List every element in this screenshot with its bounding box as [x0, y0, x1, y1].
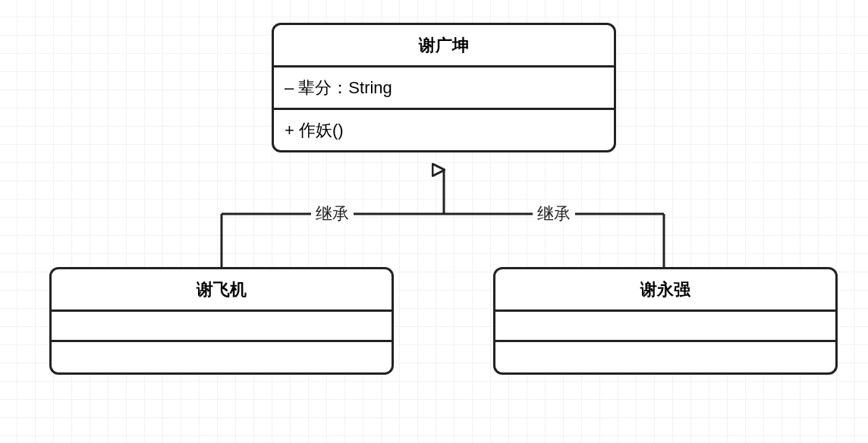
diagram-canvas: 谢广坤 – 辈分：String + 作妖() 谢飞机 谢永强 继承 继承 [0, 0, 868, 443]
class-attribute-empty [495, 312, 835, 342]
edge-label-right: 继承 [533, 203, 575, 225]
class-method-empty [52, 342, 392, 372]
class-method-empty [495, 342, 835, 372]
class-attribute: – 辈分：String [274, 68, 614, 110]
class-name: 谢永强 [495, 269, 835, 312]
class-method: + 作妖() [274, 110, 614, 150]
class-box-parent[interactable]: 谢广坤 – 辈分：String + 作妖() [272, 23, 616, 152]
edge-label-left: 继承 [311, 203, 354, 225]
class-name: 谢飞机 [52, 269, 392, 312]
class-name: 谢广坤 [274, 25, 614, 68]
class-box-child-a[interactable]: 谢飞机 [49, 267, 394, 375]
class-box-child-b[interactable]: 谢永强 [493, 267, 838, 375]
class-attribute-empty [52, 312, 392, 342]
